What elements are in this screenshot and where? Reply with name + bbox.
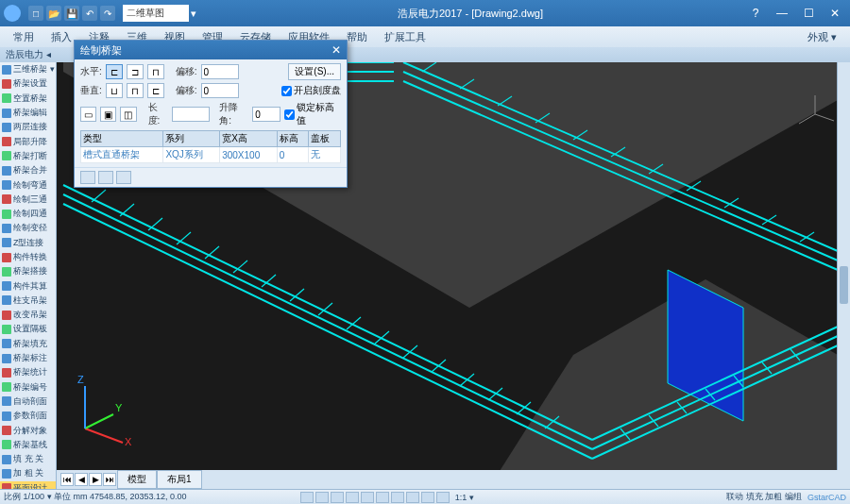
- angle-label: 升降角:: [219, 101, 248, 127]
- offset-input-2[interactable]: [201, 83, 239, 98]
- qat-save-icon[interactable]: 💾: [64, 6, 79, 21]
- ribbon-tab-label[interactable]: 浩辰电力 ◂: [6, 48, 51, 61]
- dialog-close-icon[interactable]: ✕: [332, 43, 341, 57]
- sidebar-item-icon: [2, 194, 11, 204]
- extra-toggle[interactable]: [436, 492, 450, 503]
- sidebar-item[interactable]: 改变吊架: [0, 308, 56, 322]
- vertical-scrollbar[interactable]: [837, 62, 850, 470]
- sidebar-item[interactable]: 设置隔板: [0, 322, 56, 336]
- vert-opt-3[interactable]: ⊏: [147, 83, 164, 98]
- tab-nav-first-icon[interactable]: ⏮: [60, 473, 74, 486]
- close-button[interactable]: ✕: [824, 5, 846, 22]
- sidebar-item-label: 平面设计: [13, 482, 47, 489]
- sidebar-item[interactable]: 构件转换: [0, 250, 56, 264]
- sidebar-item-icon: [2, 123, 11, 132]
- tool-opt-3[interactable]: ◫: [120, 107, 136, 122]
- qat-redo-icon[interactable]: ↷: [100, 6, 115, 21]
- vert-opt-2[interactable]: ⊓: [127, 83, 144, 98]
- menu-item[interactable]: 常用: [6, 28, 42, 46]
- sidebar-item[interactable]: 空置桥架: [0, 92, 56, 106]
- horiz-opt-3[interactable]: ⊓: [147, 64, 164, 79]
- sidebar-item[interactable]: 加 粗 关: [0, 466, 56, 480]
- sidebar-item[interactable]: 桥架统计: [0, 365, 56, 379]
- ortho-toggle[interactable]: [331, 492, 344, 503]
- grid-toggle[interactable]: [315, 492, 329, 503]
- scale-checkbox[interactable]: [281, 86, 292, 96]
- tool-opt-1[interactable]: ▭: [80, 107, 96, 122]
- vert-opt-1[interactable]: ⊔: [106, 83, 123, 98]
- minimize-button[interactable]: —: [771, 5, 793, 22]
- sidebar-item-icon: [2, 311, 11, 320]
- lock-elev-checkbox[interactable]: [284, 109, 295, 120]
- appearance-dropdown[interactable]: 外观 ▾: [800, 28, 844, 46]
- sidebar-item[interactable]: 绘制弯通: [0, 177, 56, 192]
- sidebar-item[interactable]: 局部升降: [0, 134, 56, 148]
- dialog-titlebar[interactable]: 绘制桥架 ✕: [75, 41, 347, 59]
- view-gizmo[interactable]: [791, 91, 839, 142]
- sidebar-item-label: Z型连接: [13, 237, 44, 249]
- sidebar-item[interactable]: 桥架填充: [0, 337, 56, 351]
- osnap-toggle[interactable]: [361, 492, 374, 503]
- sidebar-item[interactable]: 两层连接: [0, 120, 56, 134]
- sidebar-item[interactable]: 分解对象: [0, 423, 56, 437]
- table-row[interactable]: 槽式直通桥架 XQJ系列 300X100 0 无: [81, 147, 341, 163]
- sidebar-item-label: 分解对象: [13, 425, 47, 437]
- sidebar-item[interactable]: 桥架标注: [0, 351, 56, 365]
- sidebar-item[interactable]: 自动剖面: [0, 395, 56, 409]
- sidebar-item[interactable]: 桥架搭接: [0, 264, 56, 278]
- sidebar-item[interactable]: 填 充 关: [0, 452, 56, 466]
- model-toggle[interactable]: [421, 492, 434, 503]
- col-type: 类型: [81, 131, 163, 147]
- sidebar-item-label: 绘制四通: [13, 208, 47, 220]
- sidebar-item[interactable]: Z型连接: [0, 236, 56, 250]
- offset-input-1[interactable]: [201, 64, 239, 79]
- tab-nav-next-icon[interactable]: ▶: [89, 473, 102, 486]
- sidebar-item[interactable]: 柱支吊架: [0, 294, 56, 308]
- angle-input[interactable]: [252, 107, 280, 122]
- footer-btn-3[interactable]: [116, 171, 131, 184]
- col-cover: 盖板: [309, 131, 341, 147]
- sidebar-item[interactable]: 平面设计: [0, 481, 56, 489]
- sidebar-item-icon: [2, 412, 11, 421]
- sidebar-item[interactable]: 桥架基线: [0, 438, 56, 452]
- sidebar-item[interactable]: 桥架编号: [0, 380, 56, 395]
- lwt-toggle[interactable]: [406, 492, 419, 503]
- footer-btn-2[interactable]: [98, 171, 113, 184]
- col-series: 系列: [163, 131, 220, 147]
- length-input[interactable]: [172, 107, 210, 122]
- sidebar-item[interactable]: 参数剖面: [0, 409, 56, 423]
- maximize-button[interactable]: ☐: [797, 5, 820, 22]
- sidebar-item[interactable]: 构件其算: [0, 278, 56, 293]
- otrack-toggle[interactable]: [376, 492, 389, 503]
- settings-button[interactable]: 设置(S)...: [288, 63, 341, 80]
- sidebar-item[interactable]: 桥架编辑: [0, 106, 56, 120]
- layout-tab[interactable]: 布局1: [157, 470, 202, 489]
- sidebar-item[interactable]: 三维桥架 ▾: [0, 62, 56, 76]
- dyn-toggle[interactable]: [391, 492, 404, 503]
- tab-nav-prev-icon[interactable]: ◀: [75, 473, 88, 486]
- status-modes[interactable]: 联动 填充 加粗 编组: [726, 491, 802, 503]
- zoom-dropdown[interactable]: 1:1 ▾: [455, 493, 474, 502]
- help-icon[interactable]: ?: [744, 5, 767, 22]
- qat-undo-icon[interactable]: ↶: [82, 6, 97, 21]
- menu-item[interactable]: 扩展工具: [377, 28, 434, 46]
- sidebar-item-icon: [2, 455, 11, 464]
- snap-toggle[interactable]: [300, 492, 314, 503]
- sidebar-item[interactable]: 绘制变径: [0, 221, 56, 235]
- tab-nav-last-icon[interactable]: ⏭: [103, 473, 116, 486]
- footer-btn-1[interactable]: [80, 171, 95, 184]
- tool-opt-2[interactable]: ▣: [100, 107, 116, 122]
- sidebar-item[interactable]: 桥架设置: [0, 76, 56, 91]
- model-tab[interactable]: 模型: [117, 470, 157, 489]
- sidebar-item[interactable]: 桥架打断: [0, 149, 56, 163]
- polar-toggle[interactable]: [346, 492, 359, 503]
- workspace-dropdown[interactable]: 二维草图: [123, 5, 189, 22]
- sidebar-item[interactable]: 桥架合并: [0, 163, 56, 177]
- horiz-opt-1[interactable]: ⊏: [106, 64, 123, 79]
- qat-open-icon[interactable]: 📂: [46, 6, 61, 21]
- horiz-opt-2[interactable]: ⊐: [127, 64, 144, 79]
- qat-new-icon[interactable]: □: [28, 6, 43, 21]
- sidebar-item[interactable]: 绘制三通: [0, 193, 56, 207]
- sidebar-item[interactable]: 绘制四通: [0, 207, 56, 221]
- sidebar-item-icon: [2, 79, 11, 89]
